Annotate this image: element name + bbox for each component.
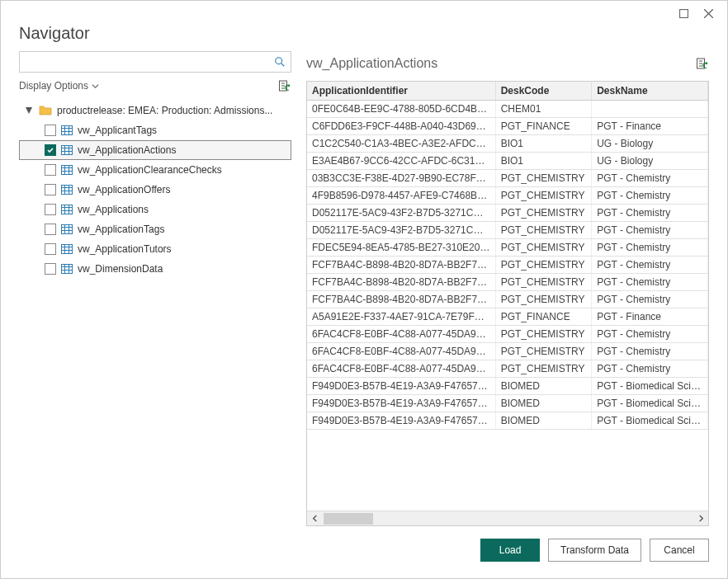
table-cell: BIOMED <box>495 395 592 412</box>
tree-item[interactable]: vw_Applications <box>19 200 291 219</box>
table-cell: 4F9B8596-D978-4457-AFE9-C7468B06AF54 <box>307 187 495 205</box>
table-row[interactable]: FCF7BA4C-B898-4B20-8D7A-BB2F73AF3827PGT_… <box>307 257 708 274</box>
table-row[interactable]: 6FAC4CF8-E0BF-4C88-A077-45DA981AFDC8PGT_… <box>307 343 708 360</box>
table-cell: PGT_CHEMISTRY <box>495 274 592 291</box>
preview-grid-wrap: ApplicationIdentifierDeskCodeDeskName 0F… <box>306 81 709 526</box>
tree-item-label: vw_ApplicationTutors <box>78 243 287 255</box>
refresh-preview-button[interactable] <box>696 57 709 70</box>
table-cell: BIO1 <box>495 153 592 170</box>
table-icon <box>61 165 73 175</box>
preview-grid[interactable]: ApplicationIdentifierDeskCodeDeskName 0F… <box>307 82 708 430</box>
tree-item-label: vw_ApplicationTags <box>78 224 287 235</box>
table-row[interactable]: 4F9B8596-D978-4457-AFE9-C7468B06AF54PGT_… <box>307 187 708 205</box>
table-cell: F949D0E3-B57B-4E19-A3A9-F4765731D88B <box>307 412 495 430</box>
tree-item-label: vw_DimensionData <box>78 263 287 275</box>
table-row[interactable]: 0FE0C64B-EE9C-4788-805D-6CD4BFE1216ACHEM… <box>307 101 708 118</box>
table-cell: A5A91E2E-F337-4AE7-91CA-7E79FC67236C <box>307 308 495 326</box>
scroll-left-arrow[interactable] <box>307 511 322 525</box>
table-row[interactable]: 6FAC4CF8-E0BF-4C88-A077-45DA981AFDC8PGT_… <box>307 326 708 343</box>
table-cell: FDEC5E94-8EA5-4785-BE27-310E2052A047 <box>307 239 495 257</box>
load-button[interactable]: Load <box>480 539 540 562</box>
tree-item-label: vw_ApplicationClearanceChecks <box>78 164 287 176</box>
tree-item-checkbox[interactable] <box>45 144 56 156</box>
tree-item-checkbox[interactable] <box>45 243 56 255</box>
svg-rect-14 <box>62 146 73 155</box>
tree-item-checkbox[interactable] <box>45 204 56 215</box>
table-icon <box>61 125 73 135</box>
tree-item[interactable]: vw_ApplicationClearanceChecks <box>19 160 291 180</box>
table-row[interactable]: 6FAC4CF8-E0BF-4C88-A077-45DA981AFDC8PGT_… <box>307 360 708 378</box>
svg-rect-19 <box>62 166 73 175</box>
table-cell: 6FAC4CF8-E0BF-4C88-A077-45DA981AFDC8 <box>307 326 495 343</box>
table-row[interactable]: FCF7BA4C-B898-4B20-8D7A-BB2F73AF3827PGT_… <box>307 291 708 308</box>
table-row[interactable]: 03B3CC3E-F38E-4D27-9B90-EC78FF465D20PGT_… <box>307 170 708 187</box>
table-cell: C6FDD6E3-F9CF-448B-A040-43D698CD7FF5 <box>307 118 495 135</box>
table-cell: D052117E-5AC9-43F2-B7D5-3271CD855D07 <box>307 222 495 239</box>
table-row[interactable]: F949D0E3-B57B-4E19-A3A9-F4765731D88BBIOM… <box>307 395 708 412</box>
display-options-dropdown[interactable]: Display Options <box>19 80 99 92</box>
table-cell: PGT - Chemistry <box>592 239 708 257</box>
tree-item-label: vw_Applications <box>78 204 287 215</box>
tree-item-checkbox[interactable] <box>45 263 56 275</box>
column-header[interactable]: DeskCode <box>495 82 592 101</box>
tree-root-item[interactable]: productrelease: EMEA: Production: Admiss… <box>19 101 291 120</box>
table-cell: BIO1 <box>495 135 592 153</box>
tree-item[interactable]: vw_ApplicationActions <box>19 140 291 160</box>
grid-header-row: ApplicationIdentifierDeskCodeDeskName <box>307 82 708 101</box>
refresh-tree-button[interactable] <box>278 79 291 92</box>
table-cell: CHEM01 <box>495 101 592 118</box>
tree-item[interactable]: vw_ApplicationTags <box>19 219 291 239</box>
scrollbar-thumb[interactable] <box>324 513 373 525</box>
table-row[interactable]: D052117E-5AC9-43F2-B7D5-3271CD855D07PGT_… <box>307 205 708 222</box>
tree-item[interactable]: vw_DimensionData <box>19 259 291 279</box>
preview-header: vw_ApplicationActions <box>306 51 709 76</box>
maximize-button[interactable] <box>671 4 696 22</box>
tree-item-checkbox[interactable] <box>45 125 56 136</box>
table-cell: PGT - Finance <box>592 118 708 135</box>
table-cell: BIOMED <box>495 378 592 395</box>
table-row[interactable]: A5A91E2E-F337-4AE7-91CA-7E79FC67236CPGT_… <box>307 308 708 326</box>
table-icon <box>61 185 73 195</box>
table-cell: PGT_CHEMISTRY <box>495 360 592 378</box>
tree-item-checkbox[interactable] <box>45 224 56 235</box>
tree-item-checkbox[interactable] <box>45 164 56 176</box>
navigator-dialog: Navigator Display Options <box>0 0 728 579</box>
horizontal-scrollbar[interactable] <box>307 511 708 525</box>
column-header[interactable]: ApplicationIdentifier <box>307 82 495 101</box>
table-cell: PGT_CHEMISTRY <box>495 222 592 239</box>
search-icon[interactable] <box>272 56 287 68</box>
table-cell: PGT_CHEMISTRY <box>495 170 592 187</box>
table-row[interactable]: C6FDD6E3-F9CF-448B-A040-43D698CD7FF5PGT_… <box>307 118 708 135</box>
close-button[interactable] <box>696 4 721 22</box>
table-cell: PGT - Finance <box>592 308 708 326</box>
column-header[interactable]: DeskName <box>592 82 708 101</box>
table-icon <box>61 205 73 214</box>
table-row[interactable]: F949D0E3-B57B-4E19-A3A9-F4765731D88BBIOM… <box>307 378 708 395</box>
table-row[interactable]: E3AE4B67-9CC6-42CC-AFDC-6C316F2E069ABIO1… <box>307 153 708 170</box>
table-row[interactable]: FCF7BA4C-B898-4B20-8D7A-BB2F73AF3827PGT_… <box>307 274 708 291</box>
table-cell: PGT_FINANCE <box>495 308 592 326</box>
tree-item-label: vw_ApplicationOffers <box>78 184 287 195</box>
table-row[interactable]: FDEC5E94-8EA5-4785-BE27-310E2052A047PGT_… <box>307 239 708 257</box>
table-cell: E3AE4B67-9CC6-42CC-AFDC-6C316F2E069A <box>307 153 495 170</box>
search-input[interactable] <box>23 54 272 69</box>
tree-item-checkbox[interactable] <box>45 184 56 195</box>
tree-item[interactable]: vw_ApplicationTutors <box>19 239 291 259</box>
table-cell: 6FAC4CF8-E0BF-4C88-A077-45DA981AFDC8 <box>307 343 495 360</box>
table-cell: PGT - Chemistry <box>592 291 708 308</box>
navigator-left-pane: Display Options <box>19 51 291 527</box>
tree-item[interactable]: vw_ApplicantTags <box>19 120 291 140</box>
transform-data-button[interactable]: Transform Data <box>548 539 641 562</box>
navigator-tree: productrelease: EMEA: Production: Admiss… <box>19 101 291 279</box>
dialog-title: Navigator <box>1 22 727 51</box>
table-row[interactable]: C1C2C540-C1A3-4BEC-A3E2-AFDCCBBF7C58BIO1… <box>307 135 708 153</box>
scroll-right-arrow[interactable] <box>693 511 708 525</box>
cancel-button[interactable]: Cancel <box>650 539 709 562</box>
table-cell: 03B3CC3E-F38E-4D27-9B90-EC78FF465D20 <box>307 170 495 187</box>
table-cell: 6FAC4CF8-E0BF-4C88-A077-45DA981AFDC8 <box>307 360 495 378</box>
collapse-icon[interactable] <box>24 106 34 115</box>
tree-root-label: productrelease: EMEA: Production: Admiss… <box>57 105 288 116</box>
table-row[interactable]: F949D0E3-B57B-4E19-A3A9-F4765731D88BBIOM… <box>307 412 708 430</box>
table-row[interactable]: D052117E-5AC9-43F2-B7D5-3271CD855D07PGT_… <box>307 222 708 239</box>
tree-item[interactable]: vw_ApplicationOffers <box>19 180 291 200</box>
